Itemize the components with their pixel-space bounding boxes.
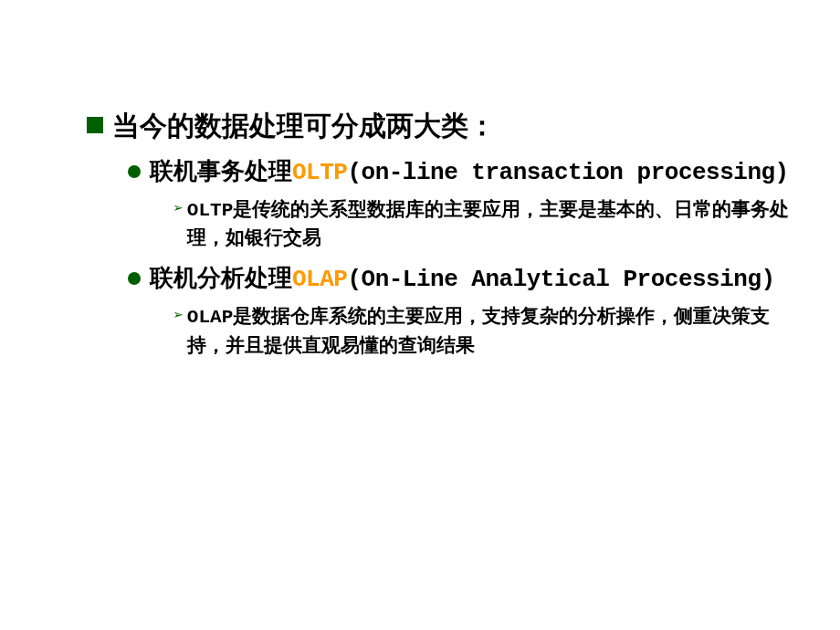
item-suffix: (on-line transaction processing) bbox=[347, 159, 788, 186]
list-item-text: 联机分析处理OLAP(On-Line Analytical Processing… bbox=[150, 263, 775, 296]
list-item-oltp-detail: ➢ OLTP是传统的关系型数据库的主要应用，主要是基本的、日常的事务处理，如银行… bbox=[173, 196, 840, 254]
list-item-oltp: 联机事务处理OLTP(on-line transaction processin… bbox=[128, 156, 840, 189]
detail-text: OLAP是数据仓库系统的主要应用，支持复杂的分析操作，侧重决策支持，并且提供直观… bbox=[187, 303, 790, 361]
list-item-olap-detail: ➢ OLAP是数据仓库系统的主要应用，支持复杂的分析操作，侧重决策支持，并且提供… bbox=[173, 303, 840, 361]
heading-text: 当今的数据处理可分成两大类： bbox=[112, 110, 496, 147]
circle-bullet-icon bbox=[128, 165, 141, 178]
square-bullet-icon bbox=[87, 117, 103, 133]
heading-row: 当今的数据处理可分成两大类： bbox=[87, 110, 840, 147]
detail-text: OLTP是传统的关系型数据库的主要应用，主要是基本的、日常的事务处理，如银行交易 bbox=[187, 196, 790, 254]
item-prefix: 联机事务处理 bbox=[150, 159, 292, 186]
item-suffix: (On-Line Analytical Processing) bbox=[347, 266, 774, 293]
circle-bullet-icon bbox=[128, 272, 141, 285]
item-prefix: 联机分析处理 bbox=[150, 266, 292, 293]
item-acronym: OLAP bbox=[292, 266, 347, 293]
arrow-bullet-icon: ➢ bbox=[173, 198, 184, 218]
list-item-text: 联机事务处理OLTP(on-line transaction processin… bbox=[150, 156, 789, 189]
item-acronym: OLTP bbox=[292, 159, 347, 186]
list-item-olap: 联机分析处理OLAP(On-Line Analytical Processing… bbox=[128, 263, 840, 296]
arrow-bullet-icon: ➢ bbox=[173, 305, 184, 325]
